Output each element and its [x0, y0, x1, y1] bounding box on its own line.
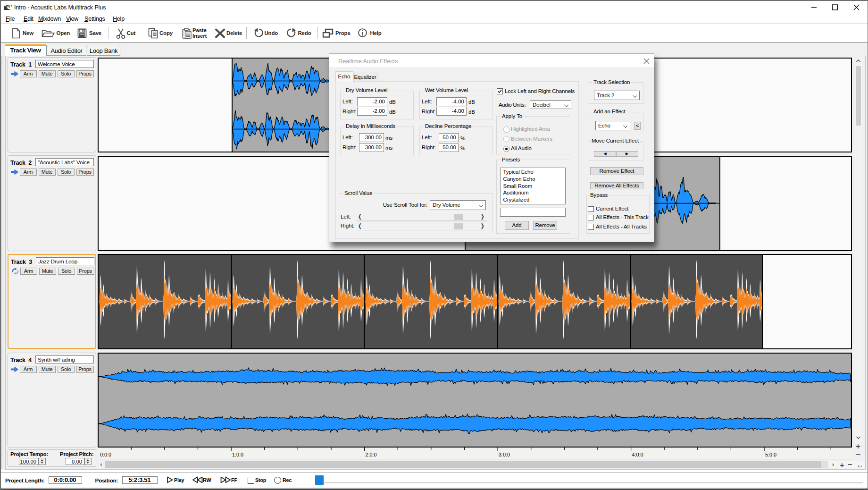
svg-text:m+: m+ — [6, 4, 13, 8]
